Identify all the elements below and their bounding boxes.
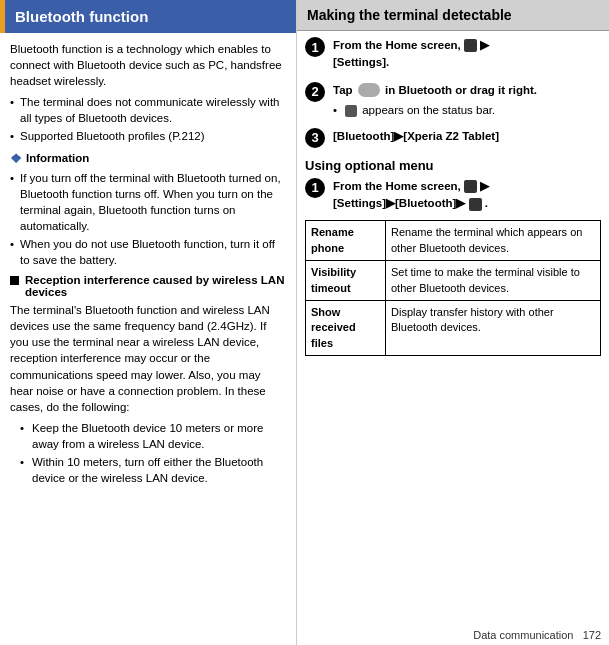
diamond-icon: ❖	[10, 151, 22, 166]
step-3-text: [Bluetooth]▶[Xperia Z2 Tablet]	[333, 128, 601, 145]
step-1-block: 1 From the Home screen, ▶ [Settings].	[305, 37, 601, 72]
left-column: Bluetooth function Bluetooth function is…	[0, 0, 297, 645]
reception-bullets: Keep the Bluetooth device 10 meters or m…	[20, 420, 286, 486]
step-1-number: 1	[305, 37, 325, 57]
info-header-text: Information	[26, 152, 89, 164]
info-bullet-1: If you turn off the terminal with Blueto…	[10, 170, 286, 234]
info-section: ❖ Information If you turn off the termin…	[10, 151, 286, 269]
step-3-number: 3	[305, 128, 325, 148]
arrow-icon-1: ▶	[480, 39, 489, 51]
optional-menu-title: Using optional menu	[305, 158, 601, 173]
main-bullets: The terminal does not communicate wirele…	[10, 94, 286, 144]
arrow-icon-3: ▶	[394, 130, 403, 142]
reception-section: Reception interference caused by wireles…	[10, 274, 286, 486]
optional-step-1-block: 1 From the Home screen, ▶ [Settings]▶[Bl…	[305, 178, 601, 213]
optional-step-1-text: From the Home screen, ▶ [Settings]▶[Blue…	[333, 178, 601, 213]
page-footer: Data communication 172	[473, 629, 601, 641]
info-bullet-2: When you do not use Bluetooth function, …	[10, 236, 286, 268]
table-cell-label-3: Show received files	[306, 300, 386, 355]
black-square-icon	[10, 276, 19, 285]
home-icon-1	[464, 39, 477, 52]
reception-header-text: Reception interference caused by wireles…	[25, 274, 286, 298]
options-table: Rename phone Rename the terminal which a…	[305, 220, 601, 356]
arrow-icon-opt1: ▶	[480, 180, 489, 192]
bullet-1: The terminal does not communicate wirele…	[10, 94, 286, 126]
step-2-bullets: appears on the status bar.	[333, 102, 601, 118]
footer-label: Data communication	[473, 629, 573, 641]
step-1-text: From the Home screen, ▶ [Settings].	[333, 37, 601, 72]
table-row: Visibility timeout Set time to make the …	[306, 261, 601, 301]
right-content: 1 From the Home screen, ▶ [Settings]. 2 …	[297, 31, 609, 645]
bullet-2: Supported Bluetooth profiles (P.212)	[10, 128, 286, 144]
table-row: Show received files Display transfer his…	[306, 300, 601, 355]
reception-bullet-1: Keep the Bluetooth device 10 meters or m…	[20, 420, 286, 452]
left-content: Bluetooth function is a technology which…	[0, 33, 296, 645]
reception-header: Reception interference caused by wireles…	[10, 274, 286, 298]
right-section-header: Making the terminal detectable	[297, 0, 609, 31]
step-2-block: 2 Tap in Bluetooth or drag it right. app…	[305, 82, 601, 118]
left-header: Bluetooth function	[0, 0, 296, 33]
step-2-number: 2	[305, 82, 325, 102]
reception-body: The terminal's Bluetooth function and wi…	[10, 302, 286, 415]
table-cell-label-1: Rename phone	[306, 221, 386, 261]
info-bullets: If you turn off the terminal with Blueto…	[10, 170, 286, 269]
home-icon-2	[464, 180, 477, 193]
step-2-sub: appears on the status bar.	[333, 102, 601, 118]
toggle-icon	[358, 83, 380, 97]
table-cell-label-2: Visibility timeout	[306, 261, 386, 301]
status-icon	[345, 105, 357, 117]
info-header: ❖ Information	[10, 151, 286, 166]
right-column: Making the terminal detectable 1 From th…	[297, 0, 609, 645]
step-2-text: Tap in Bluetooth or drag it right. appea…	[333, 82, 601, 118]
table-row: Rename phone Rename the terminal which a…	[306, 221, 601, 261]
reception-bullet-2: Within 10 meters, turn off either the Bl…	[20, 454, 286, 486]
table-cell-value-3: Display transfer history with other Blue…	[386, 300, 601, 355]
step-3-block: 3 [Bluetooth]▶[Xperia Z2 Tablet]	[305, 128, 601, 148]
table-cell-value-2: Set time to make the terminal visible to…	[386, 261, 601, 301]
page-number: 172	[583, 629, 601, 641]
optional-step-1-number: 1	[305, 178, 325, 198]
menu-icon	[469, 198, 482, 211]
table-cell-value-1: Rename the terminal which appears on oth…	[386, 221, 601, 261]
intro-text: Bluetooth function is a technology which…	[10, 41, 286, 89]
